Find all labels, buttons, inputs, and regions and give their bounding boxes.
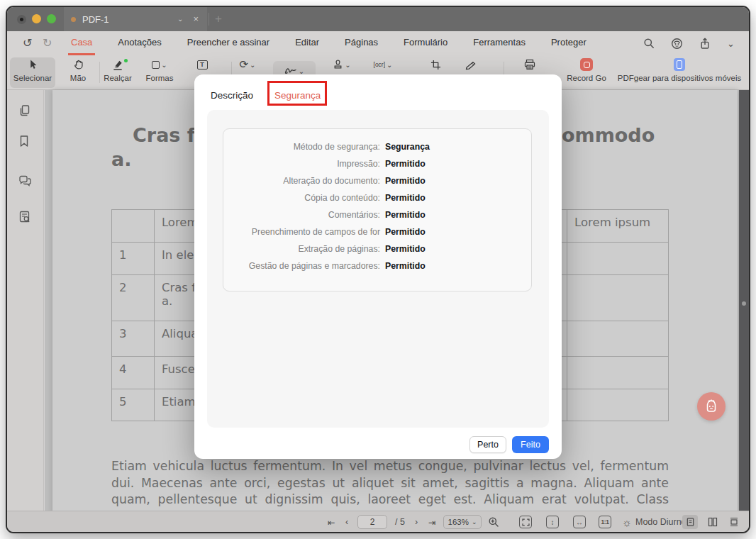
- record-go-label: Record Go: [567, 74, 606, 82]
- titlebar: PDF-1 ⌄ × +: [7, 7, 749, 31]
- tab-proteger[interactable]: Proteger: [548, 31, 589, 55]
- table-header-cell: Lorem ipsum: [567, 210, 669, 243]
- fullscreen-icon[interactable]: [519, 516, 532, 528]
- page-number-input[interactable]: 2: [357, 515, 387, 529]
- security-properties-panel: Método de segurança: Segurança Impressão…: [223, 128, 532, 291]
- done-button[interactable]: Feito: [512, 436, 549, 453]
- security-row-label: Extração de páginas:: [223, 244, 380, 254]
- security-row: Impressão: Permitido: [223, 155, 531, 172]
- crop-icon: [430, 57, 441, 72]
- zoom-in-icon[interactable]: [487, 511, 501, 533]
- tab-anotacoes[interactable]: Anotações: [115, 31, 164, 55]
- mobile-app-tool[interactable]: PDFgear para dispositivos móveis: [605, 57, 750, 88]
- record-go-icon: [580, 57, 593, 72]
- previous-page-icon[interactable]: ‹: [342, 511, 352, 533]
- first-page-icon[interactable]: ⇤: [325, 511, 338, 533]
- tab-paginas[interactable]: Páginas: [342, 31, 381, 55]
- ai-assistant-button[interactable]: [697, 392, 726, 421]
- collapse-ribbon-chevron-icon[interactable]: ⌄: [727, 38, 735, 49]
- close-dialog-button[interactable]: Perto: [469, 436, 506, 453]
- close-window-button[interactable]: [17, 15, 26, 24]
- page-thumbnails-icon[interactable]: [18, 104, 31, 117]
- printer-icon: [524, 57, 535, 72]
- mobile-phone-icon: [674, 57, 685, 72]
- text-frame-icon: T: [197, 57, 208, 72]
- rotate-icon: ⟳⌄: [240, 57, 256, 72]
- comments-icon[interactable]: [18, 175, 32, 187]
- document-tab[interactable]: PDF-1 ⌄ ×: [64, 7, 207, 31]
- search-icon[interactable]: [643, 38, 655, 49]
- zoom-level-select[interactable]: 163%⌄: [443, 515, 482, 529]
- two-page-view-button[interactable]: [705, 515, 721, 529]
- tab-formulario[interactable]: Formulário: [401, 31, 450, 55]
- security-row: Cópia do conteúdo: Permitido: [223, 189, 531, 206]
- ocr-icon: [ocr]⌄: [374, 57, 393, 72]
- fit-width-icon[interactable]: ↔: [573, 516, 586, 528]
- tab-editar[interactable]: Editar: [292, 31, 322, 55]
- page-backdrop-strip: [739, 90, 749, 511]
- dialog-tab-description[interactable]: Descrição: [211, 90, 253, 101]
- mobile-app-label: PDFgear para dispositivos móveis: [618, 74, 742, 82]
- statusbar: ⇤ ‹ 2 / 5 › ⇥ 163%⌄ ↕ ↔ 1:1 ☼ Modo Diurn…: [7, 511, 749, 532]
- security-row: Gestão de páginas e marcadores: Permitid…: [223, 257, 531, 274]
- record-go-tool[interactable]: Record Go: [564, 57, 609, 88]
- security-row: Alteração do documento: Permitido: [223, 172, 531, 189]
- minimize-window-button[interactable]: [32, 14, 41, 23]
- page-total-label: / 5: [391, 511, 408, 533]
- security-row-label: Método de segurança:: [223, 142, 380, 152]
- select-tool-label: Selecionar: [13, 74, 52, 82]
- tab-chevron-down-icon[interactable]: ⌄: [177, 7, 183, 31]
- tab-ferramentas[interactable]: Ferramentas: [470, 31, 528, 55]
- tab-casa[interactable]: Casa: [68, 31, 95, 55]
- share-icon[interactable]: [699, 38, 711, 50]
- support-icon[interactable]: [671, 38, 683, 50]
- document-tab-title: PDF-1: [82, 14, 177, 25]
- robot-icon: [703, 398, 720, 415]
- highlight-color-dot: [124, 59, 128, 62]
- highlight-tool[interactable]: Realçar: [95, 57, 140, 88]
- tab-close-icon[interactable]: ×: [193, 7, 199, 31]
- security-row-label: Gestão de páginas e marcadores:: [223, 261, 380, 271]
- scroll-view-button[interactable]: [726, 515, 742, 529]
- security-row: Método de segurança: Segurança: [223, 138, 531, 155]
- hand-tool[interactable]: Mão: [55, 57, 101, 88]
- shapes-tool-label: Formas: [146, 74, 174, 82]
- select-tool[interactable]: Selecionar: [10, 57, 55, 88]
- security-row-value: Permitido: [385, 159, 426, 169]
- last-page-icon[interactable]: ⇥: [426, 511, 438, 533]
- document-search-icon[interactable]: [18, 211, 31, 223]
- actual-size-icon[interactable]: 1:1: [599, 516, 611, 528]
- security-row-label: Comentários:: [223, 210, 380, 220]
- hand-icon: [73, 57, 84, 72]
- security-row-value: Segurança: [385, 142, 430, 152]
- ribbon-tabs: Casa Anotações Preencher e assinar Edita…: [68, 31, 589, 55]
- security-row-value: Permitido: [385, 193, 426, 203]
- undo-icon[interactable]: ↺: [23, 36, 32, 50]
- tab-preencher-e-assinar[interactable]: Preencher e assinar: [184, 31, 272, 55]
- highlighter-icon: [112, 57, 124, 72]
- unsaved-indicator-dot: [71, 17, 76, 22]
- zoom-window-button[interactable]: [47, 14, 56, 23]
- shapes-tool[interactable]: ⌄ Formas: [137, 57, 182, 88]
- security-row: Comentários: Permitido: [223, 206, 531, 223]
- left-sidebar: [7, 90, 44, 511]
- next-page-icon[interactable]: ›: [411, 511, 421, 533]
- tab-separator: [209, 13, 209, 26]
- security-row-value: Permitido: [385, 210, 426, 220]
- single-page-view-button[interactable]: [682, 515, 698, 529]
- security-row-value: Permitido: [385, 176, 426, 186]
- zoom-level-value: 163%: [448, 518, 469, 526]
- stamp-icon: ⌄: [333, 57, 350, 72]
- doc-paragraph: Etiam vehicula luctus fermentum. In vel …: [111, 458, 669, 513]
- fit-height-icon[interactable]: ↕: [546, 516, 559, 528]
- vertical-scrollbar-thumb[interactable]: [742, 301, 746, 306]
- app-window: PDF-1 ⌄ × + ↺ ↻ Casa Anotações Preencher…: [6, 6, 750, 533]
- security-row: Preenchimento de campos de for Permitido: [223, 223, 531, 240]
- security-row-label: Preenchimento de campos de for: [223, 227, 380, 237]
- doc-heading-right: ommodo: [562, 124, 655, 146]
- bookmarks-icon[interactable]: [18, 135, 30, 148]
- security-tab-content: Método de segurança: Segurança Impressão…: [207, 110, 549, 428]
- red-annotation-box: [267, 81, 327, 106]
- new-tab-icon[interactable]: +: [215, 7, 222, 31]
- redo-icon[interactable]: ↻: [43, 36, 52, 50]
